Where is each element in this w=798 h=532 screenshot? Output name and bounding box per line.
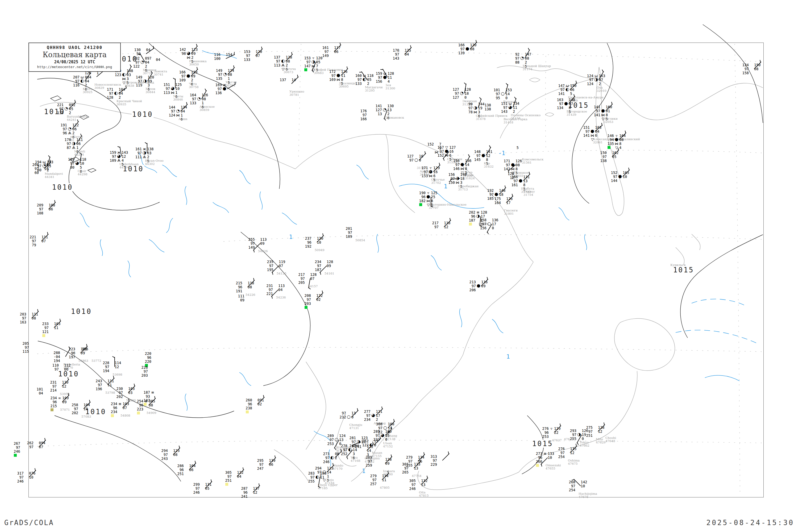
isobar-label: 1015 — [673, 266, 695, 274]
station-value-left: 97 — [451, 91, 459, 95]
station-value-right: 128 — [598, 425, 606, 429]
station-value-right: 8 — [465, 167, 473, 171]
station-value-right: 02 — [258, 402, 265, 406]
station-value-right: 126 — [202, 93, 210, 97]
station-row: 79 — [28, 243, 50, 247]
station-id: 50854 — [355, 239, 365, 242]
station-value-right: 18 — [460, 176, 468, 180]
station-row: 246 — [407, 487, 429, 491]
station-value-left: 144 — [167, 105, 175, 109]
station-id: 47815 — [419, 494, 429, 497]
station-value-right: 09 — [81, 351, 89, 355]
station-row: 221 — [264, 291, 286, 296]
station-value-left: 279 — [404, 455, 413, 459]
station-value-left: 115 — [20, 349, 29, 353]
weather-station: 17110497◐041282Красный Чикой30935 — [105, 87, 127, 99]
weather-station: 18911897◕108058Choir44298 — [66, 157, 88, 173]
station-value-right: 1 — [327, 474, 335, 478]
station-id: 47655 — [546, 467, 561, 470]
station-value-left — [167, 117, 175, 121]
station-value-right: 10 — [44, 167, 52, 171]
station-row: 1342 — [55, 111, 77, 115]
cloud-cover-icon: ◕ — [170, 87, 175, 91]
station-row: 9602 — [244, 402, 265, 406]
weather-station: 2761359712254Oshima47675 — [556, 446, 578, 459]
station-row: 97●09 — [467, 284, 489, 288]
station-value-right: 2 — [119, 95, 127, 99]
station-value-right — [253, 494, 261, 498]
station-value-left: 275 — [584, 425, 593, 429]
wx-symbol-icon — [334, 441, 339, 445]
station-value-left: 260 — [244, 398, 252, 402]
station-value-right: 135 — [570, 446, 578, 451]
station-value-right — [623, 178, 631, 183]
station-value-left: 273 — [321, 452, 329, 456]
station-row: 1242 — [585, 82, 607, 86]
station-id: 31295 — [365, 89, 383, 92]
cloud-cover-icon — [43, 391, 49, 395]
station-value-right — [358, 230, 365, 234]
station-name-label: Богородское31439 — [567, 110, 587, 116]
station-value-left: 257 — [368, 482, 377, 486]
station-value-left: -04 — [52, 355, 60, 359]
weather-station: 12712897◔181270Экимчан31329 — [451, 87, 472, 99]
station-value-left: 97 — [368, 478, 377, 482]
station-value-right: 1 — [175, 91, 183, 94]
weather-station: 20597115 — [20, 341, 42, 353]
station-row: 97●18 — [485, 192, 507, 196]
weather-station: 19112297◔0696Ѧ26н-Батор92 — [58, 123, 80, 139]
station-value-right: 2 — [513, 109, 521, 113]
station-value-left — [435, 157, 444, 161]
wx-symbol-icon — [113, 95, 119, 99]
wx-symbol-icon — [200, 482, 205, 486]
station-value-right: 108 — [388, 422, 396, 426]
station-value-left: 158 — [740, 71, 749, 75]
cloud-cover-icon — [150, 394, 155, 398]
station-value-left: 189 — [66, 157, 75, 161]
station-value-right: 122 — [367, 444, 375, 449]
station-row: 97◕17 — [362, 413, 384, 417]
station-value-right: 137 — [253, 486, 261, 490]
station-value-right: 126 — [515, 159, 524, 163]
station-row: 2342 — [362, 417, 384, 421]
station-value-left: 259 — [364, 463, 372, 467]
wx-symbol-icon — [148, 373, 153, 377]
station-value-right — [442, 462, 450, 466]
station-value-left: 109 — [177, 78, 186, 82]
weather-station: 230103970320253890 — [114, 386, 136, 398]
weather-station: 124ω16397◑071242Оха32010 — [585, 74, 607, 86]
station-row: 97◕12 — [108, 154, 130, 158]
station-value-left: 313 — [429, 454, 437, 458]
station-value-right: 08 — [470, 47, 478, 51]
station-value-left: 161 — [320, 45, 329, 50]
station-id: 47637 — [552, 439, 562, 442]
station-value-left: 253 — [540, 434, 549, 438]
cloud-cover-icon: ◕ — [75, 161, 80, 165]
station-row: 9712 — [584, 429, 606, 433]
wx-symbol-icon — [749, 71, 754, 75]
station-value-right — [41, 243, 50, 247]
cloud-cover-icon — [29, 345, 34, 349]
station-value-right: 8 — [606, 113, 614, 117]
station-value-left: 93 — [141, 394, 150, 398]
station-value-left: 231 — [48, 380, 57, 384]
station-value-left: 133 — [242, 57, 250, 61]
station-value-right — [32, 320, 40, 324]
wx-symbol-icon — [264, 466, 269, 470]
station-value-right: 10 — [83, 407, 92, 411]
wx-symbol-icon — [117, 410, 122, 414]
cloud-cover-icon — [26, 316, 32, 320]
station-value-left: 266 — [534, 459, 543, 463]
station-value-left: 97 — [71, 79, 79, 83]
cloud-cover-icon: ◔ — [519, 56, 525, 60]
weather-station: 1701259704143 — [391, 48, 413, 60]
station-row: 251 — [584, 433, 606, 437]
cloud-cover-icon — [565, 451, 570, 455]
station-value-right: 3 — [460, 180, 468, 184]
station-name-label: Агинское30859 — [200, 105, 215, 111]
station-row: 9703 — [114, 391, 136, 395]
station-row: 144 — [609, 178, 631, 183]
station-value-right: 2 — [387, 112, 395, 116]
station-value-right: 11 — [320, 475, 328, 479]
station-name-label: Чита30758 — [189, 82, 199, 89]
